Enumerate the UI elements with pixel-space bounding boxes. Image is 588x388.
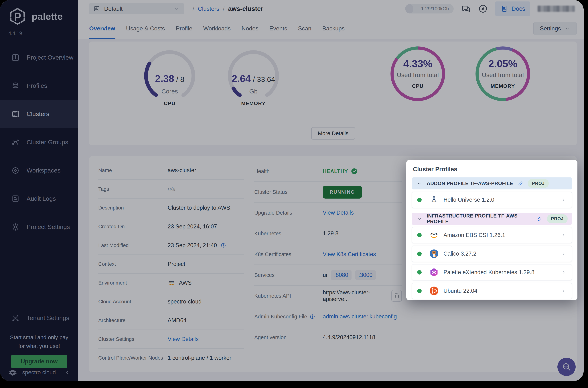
profile-item-amazon-ebs-csi-1-26-1[interactable]: awsAmazon EBS CSI 1.26.1 [412, 227, 572, 243]
profile-item-name: Palette eXtended Kubernetes 1.29.8 [443, 269, 535, 276]
profile-group-header-addon[interactable]: ADDON PROFILE TF-AWS-PROFILEPROJ [412, 177, 572, 190]
status-dot [417, 270, 422, 274]
scope-badge: PROJ [547, 214, 568, 223]
calico-logo-icon [429, 249, 439, 259]
chevron-down-icon [416, 216, 422, 222]
profile-item-name: Calico 3.27.2 [443, 250, 476, 257]
svg-text:aws: aws [430, 232, 438, 236]
chevron-right-icon [560, 232, 566, 238]
app-window: palette 4.4.19 Project OverviewProfilesC… [0, 0, 584, 381]
cluster-profiles-popup: Cluster Profiles ADDON PROFILE TF-AWS-PR… [406, 160, 577, 300]
profile-group-title: ADDON PROFILE TF-AWS-PROFILE [427, 181, 513, 186]
chevron-right-icon [560, 288, 566, 294]
profile-item-ubuntu-22-04[interactable]: Ubuntu 22.04 [412, 283, 572, 299]
pxk-logo-icon [429, 267, 439, 277]
profile-item-name: Ubuntu 22.04 [443, 288, 477, 294]
status-dot [417, 252, 422, 256]
profile-item-name: Amazon EBS CSI 1.26.1 [443, 232, 505, 239]
ubuntu-logo-icon [429, 286, 439, 296]
chevron-right-icon [560, 269, 566, 275]
profile-item-name: Hello Universe 1.2.0 [443, 196, 494, 203]
hello-logo-icon [429, 195, 439, 205]
chevron-down-icon [416, 180, 422, 187]
status-dot [417, 289, 422, 293]
profile-group-title: INFRASTRUCTURE PROFILE TF-AWS-PROFILE [427, 213, 532, 224]
popup-title: Cluster Profiles [413, 166, 572, 173]
chevron-right-icon [560, 251, 566, 257]
screen: palette 4.4.19 Project OverviewProfilesC… [0, 0, 588, 388]
aws-logo-icon: aws [429, 230, 439, 240]
status-dot [417, 198, 422, 202]
profile-item-calico-3-27-2[interactable]: Calico 3.27.2 [412, 245, 572, 262]
scope-badge: PROJ [528, 179, 548, 188]
profile-item-palette-extended-kubernetes-1-29-8[interactable]: Palette eXtended Kubernetes 1.29.8 [412, 264, 572, 281]
chevron-right-icon [560, 197, 566, 203]
link-icon [537, 216, 543, 222]
status-dot [417, 233, 422, 237]
profile-group-header-infrastructure[interactable]: INFRASTRUCTURE PROFILE TF-AWS-PROFILEPRO… [412, 213, 572, 225]
link-icon [517, 180, 523, 187]
profile-item-hello-universe-1-2-0[interactable]: Hello Universe 1.2.0 [412, 192, 572, 208]
profile-groups: ADDON PROFILE TF-AWS-PROFILEPROJHello Un… [412, 177, 572, 299]
